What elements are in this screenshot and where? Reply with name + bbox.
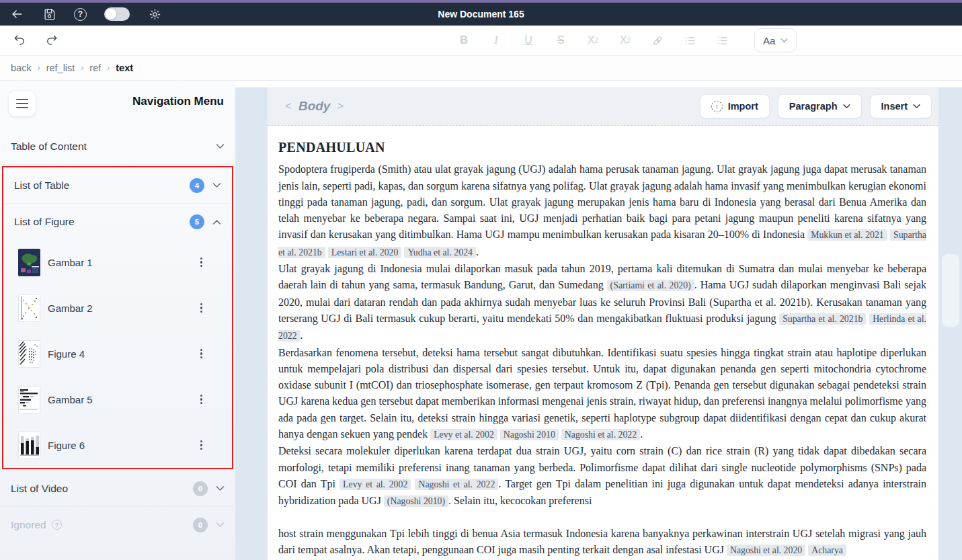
kebab-menu-icon[interactable]	[196, 255, 206, 270]
citation-chip[interactable]: Nagoshi et al. 2022	[415, 479, 498, 490]
breadcrumb-ref-list[interactable]: ref_list	[46, 63, 75, 73]
citation-chip[interactable]: Nagoshi et al. 2020	[727, 545, 805, 556]
citation-chip[interactable]: Acharya	[808, 545, 846, 556]
chevron-down-icon	[843, 104, 850, 109]
breadcrumb-ref[interactable]: ref	[89, 63, 101, 73]
figure-thumbnail-map	[18, 249, 40, 276]
divider	[1, 164, 234, 165]
import-button[interactable]: ↑ Import	[700, 94, 770, 118]
bold-icon[interactable]: B	[454, 31, 473, 50]
count-badge: 0	[193, 481, 208, 496]
section-header-bar: < Body > ↑ Import Paragraph Insert	[268, 87, 938, 126]
theme-toggle[interactable]	[104, 7, 130, 21]
section-name: Body	[298, 99, 331, 114]
editor-main-area: < Body > ↑ Import Paragraph Insert	[235, 81, 962, 560]
citation-chip[interactable]: Nagoshi 2010	[500, 429, 559, 440]
sidebar-item-ignored[interactable]: Ignored ? 0	[0, 507, 235, 543]
figure-thumbnail-horizontal-bars	[18, 386, 40, 413]
chevron-up-icon	[212, 219, 221, 225]
next-section-icon[interactable]: >	[337, 99, 344, 113]
sidebar-item-list-of-table[interactable]: List of Table 4	[3, 167, 232, 203]
undo-icon[interactable]	[12, 33, 27, 48]
import-icon: ↑	[711, 101, 723, 112]
breadcrumb-text-current: text	[116, 63, 133, 73]
figure-list-item-gambar-2[interactable]: Gambar 2	[3, 285, 232, 331]
breadcrumb-separator: ›	[38, 63, 40, 73]
citation-chip[interactable]: Lestari et al. 2020	[328, 247, 402, 258]
kebab-menu-icon[interactable]	[196, 301, 206, 316]
font-style-dropdown[interactable]: Aa	[754, 28, 797, 52]
chevron-down-icon	[913, 104, 920, 109]
sidebar-item-list-of-figure[interactable]: List of Figure 5	[3, 204, 232, 239]
document-paragraphs: Spodoptera frugiperda (Smith) atau ulat …	[278, 161, 926, 559]
citation-chip[interactable]: Mukkun et al. 2021	[807, 229, 887, 241]
sidebar-title: Navigation Menu	[132, 95, 224, 108]
numbered-list-icon[interactable]	[713, 31, 731, 50]
chevron-down-icon	[212, 183, 221, 188]
link-icon[interactable]	[648, 31, 667, 50]
insert-dropdown-button[interactable]: Insert	[870, 94, 932, 118]
citation-chip[interactable]: Nagoshi et al. 2022	[561, 429, 640, 440]
chevron-down-icon	[216, 486, 225, 491]
scrollbar-thumb[interactable]	[942, 254, 959, 327]
paragraph: Ulat grayak jagung di Indonesia mulai di…	[278, 261, 926, 344]
figure-list-item-figure-6[interactable]: Figure 6	[3, 422, 232, 468]
hamburger-menu-button[interactable]	[9, 91, 36, 116]
paragraph: Berdasarkan fenomena tersebut, deteksi h…	[278, 345, 926, 444]
sidebar-item-list-of-video[interactable]: List of Video 0	[0, 471, 235, 506]
breadcrumb: back › ref_list › ref › text	[0, 55, 962, 81]
count-badge: 5	[190, 214, 204, 229]
figure-thumbnail-scatter	[18, 294, 40, 322]
redo-icon[interactable]	[44, 33, 59, 48]
bullet-list-icon[interactable]	[680, 31, 699, 50]
paragraph-dropdown-button[interactable]: Paragraph	[778, 94, 862, 118]
back-icon[interactable]	[9, 7, 24, 22]
kebab-menu-icon[interactable]	[196, 438, 206, 453]
brightness-icon[interactable]	[147, 7, 162, 22]
breadcrumb-separator: ›	[81, 63, 83, 73]
subscript-icon[interactable]: X2	[584, 31, 602, 50]
sidebar-item-table-of-content[interactable]: Table of Content	[0, 128, 235, 164]
citation-chip[interactable]: (Sartiami et al. 2020)	[607, 280, 694, 291]
count-badge: 4	[190, 178, 204, 193]
figure-thumbnail-gel	[18, 340, 40, 368]
document-title: New Document 165	[0, 9, 962, 19]
count-badge: 0	[193, 518, 208, 532]
citation-chip[interactable]: Levy et al. 2002	[339, 479, 411, 490]
format-toolbar: B I U S X2 X2 Aa	[0, 26, 962, 55]
main-top-strip	[235, 81, 962, 87]
section-navigator: < Body >	[285, 99, 344, 114]
paragraph: Deteksi secara molekuler diperlukan kare…	[278, 443, 926, 510]
figure-list-item-figure-4[interactable]: Figure 4	[3, 331, 232, 376]
italic-icon[interactable]: I	[487, 31, 506, 50]
citation-chip[interactable]: Supartha et al. 2021b	[779, 313, 866, 325]
strikethrough-icon[interactable]: S	[551, 31, 570, 50]
citation-chip[interactable]: Yudha et al. 2024	[404, 247, 476, 258]
kebab-menu-icon[interactable]	[196, 392, 206, 407]
help-icon[interactable]: ?	[74, 8, 87, 21]
figure-list-item-gambar-5[interactable]: Gambar 5	[3, 376, 232, 422]
figure-list-item-gambar-1[interactable]: Gambar 1	[3, 239, 232, 285]
breadcrumb-separator: ›	[107, 63, 110, 73]
document-heading: PENDAHULUAN	[278, 139, 926, 155]
figure-thumbnail-bar-chart	[18, 432, 40, 459]
document-panel: < Body > ↑ Import Paragraph Insert	[268, 87, 938, 560]
breadcrumb-back[interactable]: back	[11, 63, 32, 73]
citation-chip[interactable]: (Nagoshi 2010)	[384, 495, 448, 507]
chevron-down-icon	[216, 522, 225, 528]
superscript-icon[interactable]: X2	[616, 31, 635, 50]
prev-section-icon[interactable]: <	[285, 99, 292, 113]
title-bar: ? New Document 165	[0, 3, 962, 26]
kebab-menu-icon[interactable]	[196, 346, 206, 362]
chevron-down-icon	[216, 144, 225, 149]
annotation-rectangle: List of Table 4 List of Figure 5 Gambar …	[2, 166, 233, 469]
document-body[interactable]: PENDAHULUAN Spodoptera frugiperda (Smith…	[268, 126, 938, 559]
underline-icon[interactable]: U	[519, 31, 538, 50]
save-icon[interactable]	[42, 7, 56, 22]
paragraph: host strain menggunakan Tpi lebih tinggi…	[278, 526, 926, 559]
citation-chip[interactable]: Levy et al. 2002	[430, 429, 497, 440]
toggle-knob	[106, 9, 116, 19]
paragraph: Spodoptera frugiperda (Smith) atau ulat …	[278, 161, 926, 261]
navigation-sidebar: Navigation Menu Table of Content List of…	[0, 81, 235, 560]
ignored-help-icon[interactable]: ?	[52, 520, 62, 530]
